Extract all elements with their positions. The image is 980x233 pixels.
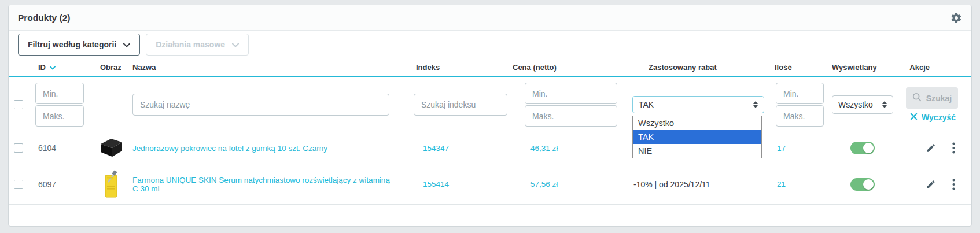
displayed-toggle[interactable] bbox=[850, 142, 875, 154]
sort-desc-icon[interactable] bbox=[50, 63, 56, 72]
search-icon bbox=[912, 93, 922, 103]
gear-icon[interactable] bbox=[950, 12, 962, 24]
product-quantity[interactable]: 17 bbox=[770, 144, 827, 153]
product-id: 6104 bbox=[33, 143, 93, 153]
chevron-down-icon bbox=[123, 40, 130, 49]
id-max-input[interactable] bbox=[35, 105, 84, 127]
select-updown-icon bbox=[753, 101, 758, 108]
discount-filter-select[interactable]: TAK bbox=[632, 96, 764, 113]
toolbar: Filtruj według kategorii Działania masow… bbox=[9, 31, 971, 58]
header-id: ID bbox=[33, 63, 93, 72]
price-filter-cell bbox=[525, 83, 621, 127]
product-price[interactable]: 46,31 zł bbox=[510, 144, 621, 153]
product-index[interactable]: 155414 bbox=[394, 180, 510, 188]
displayed-filter-cell: Wszystko bbox=[827, 95, 898, 114]
header-price: Cena (netto) bbox=[510, 63, 621, 72]
clear-x-icon bbox=[910, 113, 918, 122]
search-button[interactable]: Szukaj bbox=[906, 87, 958, 109]
table-row: 6097 Farmona UNIQUE SKIN Serum natychmia… bbox=[9, 164, 971, 205]
product-thumbnail-serum[interactable] bbox=[103, 168, 119, 200]
header-image: Obraz bbox=[93, 63, 129, 72]
edit-pencil-icon[interactable] bbox=[926, 143, 936, 153]
toggle-knob bbox=[863, 143, 874, 153]
product-image-cell bbox=[93, 136, 129, 160]
id-min-input[interactable] bbox=[35, 83, 84, 104]
header-actions: Akcje bbox=[898, 63, 971, 72]
table-header-row: ID Obraz Nazwa Indeks Cena (netto) Zasto… bbox=[9, 58, 971, 77]
product-discount: -10% | od 2025/12/11 bbox=[621, 180, 770, 189]
page-title: Produkty (2) bbox=[18, 13, 70, 23]
product-image-cell bbox=[93, 168, 129, 200]
product-name-link[interactable]: Farmona UNIQUE SKIN Serum natychmiastowo… bbox=[129, 176, 394, 193]
search-button-label: Szukaj bbox=[926, 94, 952, 103]
header-displayed: Wyświetlany bbox=[827, 63, 898, 72]
dropdown-option-nie[interactable]: NIE bbox=[633, 144, 761, 158]
price-max-input[interactable] bbox=[525, 105, 617, 127]
clear-filters-link[interactable]: Wyczyść bbox=[910, 113, 956, 122]
bulk-actions-button[interactable]: Działania masowe bbox=[146, 34, 249, 56]
header-name: Nazwa bbox=[129, 63, 394, 72]
filter-actions-cell: Szukaj Wyczyść bbox=[898, 87, 971, 122]
header-discount: Zastosowany rabat bbox=[621, 63, 770, 72]
index-filter-cell bbox=[394, 94, 510, 116]
quantity-filter-cell bbox=[776, 83, 827, 127]
header-id-label: ID bbox=[38, 63, 46, 72]
bulk-actions-label: Działania masowe bbox=[156, 40, 225, 49]
discount-filter-cell: TAK Wszystko TAK NIE bbox=[621, 96, 770, 113]
select-all-cell bbox=[9, 100, 33, 109]
discount-filter-value: TAK bbox=[639, 100, 654, 109]
select-updown-icon bbox=[882, 101, 887, 108]
product-id: 6097 bbox=[33, 180, 93, 189]
kebab-menu-icon[interactable] bbox=[952, 142, 955, 154]
product-price[interactable]: 57,56 zł bbox=[510, 180, 621, 188]
displayed-filter-select[interactable]: Wszystko bbox=[832, 95, 893, 114]
row-actions-cell bbox=[898, 142, 971, 154]
row-checkbox[interactable] bbox=[14, 180, 23, 189]
dropdown-option-tak[interactable]: TAK bbox=[633, 130, 761, 144]
quantity-min-input[interactable] bbox=[776, 83, 824, 104]
header-index: Indeks bbox=[394, 63, 510, 72]
displayed-toggle[interactable] bbox=[850, 178, 875, 191]
id-filter-cell bbox=[35, 83, 93, 127]
displayed-filter-value: Wszystko bbox=[838, 100, 873, 109]
product-quantity[interactable]: 21 bbox=[770, 180, 827, 188]
select-all-checkbox[interactable] bbox=[14, 100, 23, 109]
displayed-toggle-cell bbox=[827, 178, 898, 191]
panel-footer bbox=[9, 205, 971, 226]
clear-filters-label: Wyczyść bbox=[922, 113, 956, 122]
filter-by-category-button[interactable]: Filtruj według kategorii bbox=[18, 34, 140, 56]
edit-pencil-icon[interactable] bbox=[926, 179, 936, 190]
filter-by-category-label: Filtruj według kategorii bbox=[28, 40, 116, 49]
row-checkbox[interactable] bbox=[14, 143, 23, 153]
index-search-input[interactable] bbox=[414, 94, 507, 116]
row-checkbox-cell bbox=[9, 143, 33, 153]
toggle-knob bbox=[863, 179, 874, 190]
filter-row: TAK Wszystko TAK NIE Wszystko bbox=[9, 77, 971, 132]
header-quantity: Ilość bbox=[770, 63, 827, 72]
chevron-down-icon bbox=[232, 40, 239, 49]
products-panel: Produkty (2) Filtruj według kategorii Dz… bbox=[8, 5, 972, 227]
displayed-toggle-cell bbox=[827, 142, 898, 154]
table-row: 6104 Jednorazowy pokrowiec na fotel z gu… bbox=[9, 132, 971, 164]
price-min-input[interactable] bbox=[525, 83, 617, 104]
kebab-menu-icon[interactable] bbox=[952, 179, 955, 190]
name-filter-cell bbox=[129, 94, 394, 116]
row-actions-cell bbox=[898, 179, 971, 190]
quantity-max-input[interactable] bbox=[776, 105, 824, 127]
product-name-link[interactable]: Jednorazowy pokrowiec na fotel z gumką 1… bbox=[129, 144, 394, 153]
discount-filter-wrap: TAK Wszystko TAK NIE bbox=[632, 96, 764, 113]
discount-dropdown-list: Wszystko TAK NIE bbox=[632, 116, 762, 158]
row-checkbox-cell bbox=[9, 180, 33, 189]
product-thumbnail-black-cover[interactable] bbox=[98, 136, 124, 160]
product-index[interactable]: 154347 bbox=[394, 144, 510, 153]
dropdown-option-wszystko[interactable]: Wszystko bbox=[633, 116, 761, 130]
panel-header: Produkty (2) bbox=[9, 5, 971, 31]
name-search-input[interactable] bbox=[132, 94, 389, 116]
